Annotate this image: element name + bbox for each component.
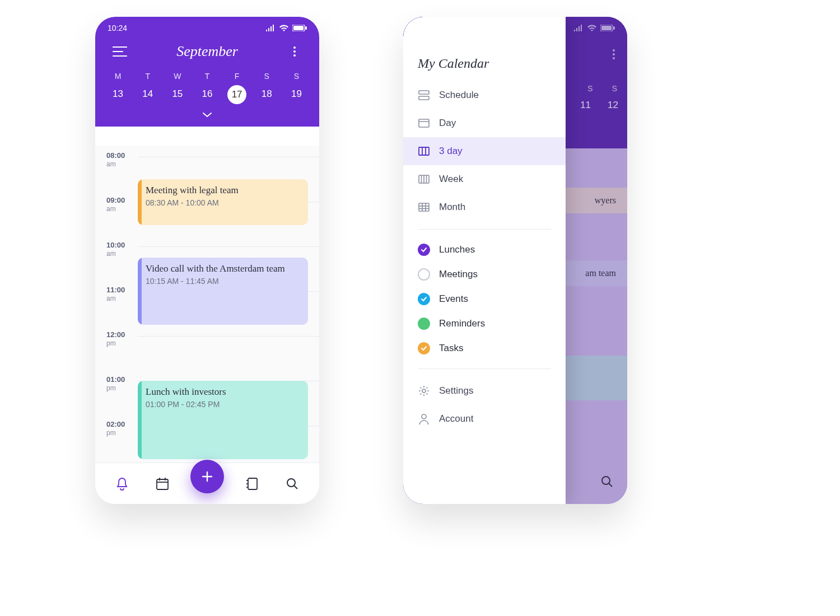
drawer-label: Settings <box>439 385 473 396</box>
drawer-separator <box>418 368 551 369</box>
svg-point-8 <box>293 54 296 57</box>
weekday-label: T <box>133 72 162 81</box>
view-3day[interactable]: 3 day <box>403 137 566 165</box>
category-label: Events <box>439 293 468 305</box>
threeday-icon <box>418 145 430 157</box>
category-tasks[interactable]: Tasks <box>403 336 566 361</box>
signal-icon <box>573 25 584 31</box>
drawer-title: My Calendar <box>403 56 566 81</box>
schedule-icon <box>418 89 430 101</box>
drawer-label: 3 day <box>439 146 463 157</box>
date-cell[interactable]: 16 <box>192 85 222 104</box>
hour-label: 09:00am <box>106 196 132 213</box>
hour-label: 02:00pm <box>106 420 132 437</box>
weekday-label: M <box>103 72 133 81</box>
event-card[interactable]: Video call with the Amsterdam team 10:15… <box>138 258 308 325</box>
view-month[interactable]: Month <box>403 193 566 221</box>
hour-label: 01:00pm <box>106 375 132 392</box>
svg-rect-22 <box>601 26 612 30</box>
svg-rect-15 <box>248 478 257 489</box>
battery-icon <box>600 25 615 31</box>
date-cell[interactable]: 13 <box>103 85 133 104</box>
category-chip <box>418 342 430 354</box>
nav-journal[interactable] <box>240 472 264 496</box>
phone-calendar: 10:24 September M T W T F S S <box>95 17 319 504</box>
svg-rect-33 <box>419 147 429 155</box>
category-events[interactable]: Events <box>403 287 566 311</box>
drawer-label: Day <box>439 118 456 129</box>
drawer-settings[interactable]: Settings <box>403 377 566 405</box>
event-card[interactable]: Meeting with legal team 08:30 AM - 10:00… <box>138 179 308 225</box>
date-cell[interactable]: 18 <box>252 85 282 104</box>
svg-point-6 <box>293 46 296 49</box>
phone-drawer: SS 1112 wyers am team My Calendar Schedu… <box>403 17 627 504</box>
category-chip <box>418 244 430 256</box>
expand-week-button[interactable] <box>95 110 319 120</box>
svg-rect-1 <box>293 26 304 30</box>
weekday-label: S <box>282 72 311 81</box>
category-meetings[interactable]: Meetings <box>403 262 566 287</box>
event-card[interactable]: Lunch with investors 01:00 PM - 02:45 PM <box>138 381 308 459</box>
date-cell[interactable]: 14 <box>133 85 162 104</box>
gear-icon <box>418 385 430 397</box>
svg-rect-2 <box>305 26 307 30</box>
category-chip <box>418 318 430 330</box>
event-title: Lunch with investors <box>146 386 300 398</box>
bell-icon <box>115 477 129 491</box>
timeline[interactable]: 08:00am 09:00am 10:00am 11:00am 12:00pm … <box>95 146 319 463</box>
event-time: 10:15 AM - 11:45 AM <box>146 277 300 286</box>
svg-point-7 <box>293 50 296 53</box>
event-title: Video call with the Amsterdam team <box>146 263 300 274</box>
category-label: Tasks <box>439 343 463 354</box>
add-event-button[interactable] <box>190 460 224 493</box>
drawer-account[interactable]: Account <box>403 405 566 433</box>
hamburger-icon <box>113 46 127 57</box>
weekday-row: M T W T F S S <box>95 72 319 81</box>
plus-icon <box>200 470 214 483</box>
status-bar: 10:24 <box>95 17 319 35</box>
wifi-icon <box>279 25 289 31</box>
event-time: 08:30 AM - 10:00 AM <box>146 198 300 207</box>
hour-line <box>138 246 319 247</box>
category-chip <box>418 268 430 281</box>
nav-notifications[interactable] <box>110 472 134 496</box>
view-schedule[interactable]: Schedule <box>403 81 566 109</box>
date-cell[interactable]: 15 <box>162 85 192 104</box>
chevron-down-icon <box>202 112 212 118</box>
event-time: 01:00 PM - 02:45 PM <box>146 400 300 409</box>
category-label: Lunches <box>439 244 475 255</box>
view-week[interactable]: Week <box>403 165 566 193</box>
svg-rect-29 <box>419 91 429 94</box>
drawer-separator <box>418 229 551 230</box>
calendar-header: 10:24 September M T W T F S S <box>95 17 319 127</box>
bottom-nav <box>95 463 319 504</box>
category-reminders[interactable]: Reminders <box>403 311 566 336</box>
category-label: Meetings <box>439 269 478 280</box>
weekday-label: S <box>252 72 282 81</box>
hour-line <box>138 336 319 337</box>
wifi-icon <box>587 25 597 31</box>
svg-rect-30 <box>419 96 429 100</box>
menu-button[interactable] <box>108 39 132 64</box>
drawer-label: Account <box>439 413 473 424</box>
category-chip <box>418 293 430 305</box>
check-icon <box>421 346 427 351</box>
drawer-label: Week <box>439 174 463 185</box>
battery-icon <box>292 25 307 31</box>
more-button[interactable] <box>282 39 307 64</box>
nav-calendar[interactable] <box>150 472 175 496</box>
event-title: Meeting with legal team <box>146 185 300 196</box>
date-cell[interactable]: 19 <box>282 85 311 104</box>
calendar-icon <box>155 477 170 491</box>
nav-search[interactable] <box>280 472 305 496</box>
svg-rect-31 <box>419 119 429 127</box>
view-day[interactable]: Day <box>403 109 566 137</box>
signal-icon <box>265 25 276 31</box>
date-row: 13 14 15 16 17 18 19 <box>95 85 319 104</box>
side-drawer: My Calendar Schedule Day 3 day Week Mont… <box>403 17 566 504</box>
svg-line-20 <box>294 486 297 489</box>
category-lunches[interactable]: Lunches <box>403 237 566 262</box>
notebook-icon <box>245 477 259 491</box>
week-icon <box>418 173 430 185</box>
date-cell-selected[interactable]: 17 <box>227 85 246 104</box>
